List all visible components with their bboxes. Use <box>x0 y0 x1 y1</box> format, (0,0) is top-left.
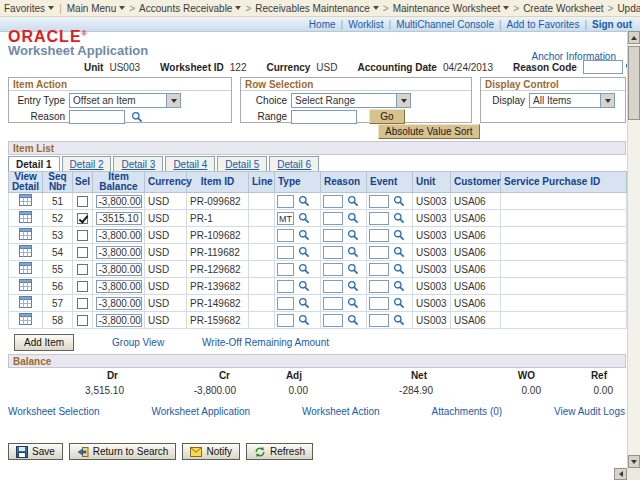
go-button[interactable]: Go <box>369 109 405 124</box>
select-checkbox[interactable] <box>77 196 88 207</box>
column-header-reason[interactable]: Reason <box>321 172 367 193</box>
type-input[interactable] <box>277 280 294 293</box>
vertical-scrollbar[interactable] <box>627 31 640 468</box>
reason-lookup-icon[interactable] <box>347 212 359 224</box>
type-lookup-icon[interactable] <box>298 297 310 309</box>
type-lookup-icon[interactable] <box>298 212 310 224</box>
view-detail-icon[interactable] <box>19 279 32 291</box>
reason-input[interactable] <box>323 280 343 293</box>
reason-lookup-icon[interactable] <box>347 246 359 258</box>
event-input[interactable] <box>369 212 389 225</box>
item-balance-input[interactable]: -3,800.00 <box>96 229 142 242</box>
reason-lookup-icon[interactable] <box>347 297 359 309</box>
event-lookup-icon[interactable] <box>393 195 405 207</box>
item-balance-input[interactable]: -3,800.00 <box>96 314 142 327</box>
column-header-view-detail[interactable]: View Detail <box>9 172 43 193</box>
type-input[interactable] <box>277 263 294 276</box>
toolbar-return-to-search-button[interactable]: Return to Search <box>69 443 177 460</box>
select-checkbox[interactable] <box>77 264 88 275</box>
view-detail-icon[interactable] <box>19 313 32 325</box>
header-link-add-to-favorites[interactable]: Add to Favorites <box>507 19 580 30</box>
footer-link-worksheet-application[interactable]: Worksheet Application <box>151 406 250 417</box>
reason-lookup-icon[interactable] <box>347 280 359 292</box>
select-checkbox[interactable] <box>77 247 88 258</box>
event-lookup-icon[interactable] <box>393 246 405 258</box>
event-input[interactable] <box>369 280 389 293</box>
header-link-sign-out[interactable]: Sign out <box>592 19 632 30</box>
item-balance-input[interactable]: -3,800.00 <box>96 195 142 208</box>
tab-detail-2[interactable]: Detail 2 <box>62 156 112 171</box>
event-lookup-icon[interactable] <box>393 314 405 326</box>
view-detail-icon[interactable] <box>19 211 32 223</box>
view-detail-icon[interactable] <box>19 262 32 274</box>
column-header-event[interactable]: Event <box>367 172 413 193</box>
reason-input[interactable] <box>323 314 343 327</box>
type-lookup-icon[interactable] <box>298 280 310 292</box>
reason-input[interactable] <box>323 297 343 310</box>
tab-detail-3[interactable]: Detail 3 <box>113 156 163 171</box>
absolute-value-sort-button[interactable]: Absolute Value Sort <box>378 124 480 139</box>
event-input[interactable] <box>369 263 389 276</box>
toolbar-save-button[interactable]: Save <box>8 443 63 460</box>
event-lookup-icon[interactable] <box>393 229 405 241</box>
item-action-reason-input[interactable] <box>69 110 125 124</box>
tab-detail-5[interactable]: Detail 5 <box>217 156 267 171</box>
item-balance-input[interactable]: -3,800.00 <box>96 297 142 310</box>
event-lookup-icon[interactable] <box>393 263 405 275</box>
select-checkbox[interactable] <box>77 213 88 224</box>
reason-code-input[interactable] <box>583 60 623 74</box>
reason-input[interactable] <box>323 263 343 276</box>
item-action-reason-lookup-icon[interactable] <box>131 111 143 123</box>
event-input[interactable] <box>369 297 389 310</box>
event-lookup-icon[interactable] <box>393 297 405 309</box>
scroll-left-button[interactable] <box>614 468 627 480</box>
type-lookup-icon[interactable] <box>298 263 310 275</box>
event-input[interactable] <box>369 195 389 208</box>
type-lookup-icon[interactable] <box>298 229 310 241</box>
breadcrumb-item-main-menu[interactable]: Main Menu <box>67 3 125 14</box>
reason-lookup-icon[interactable] <box>347 314 359 326</box>
display-select[interactable]: All Items <box>529 93 615 108</box>
event-lookup-icon[interactable] <box>393 280 405 292</box>
breadcrumb-item-update-worksheet[interactable]: Update Worksheet <box>617 3 640 14</box>
column-header-unit[interactable]: Unit <box>413 172 451 193</box>
reason-input[interactable] <box>323 229 343 242</box>
select-checkbox[interactable] <box>77 281 88 292</box>
reason-lookup-icon[interactable] <box>347 229 359 241</box>
event-input[interactable] <box>369 314 389 327</box>
reason-input[interactable] <box>323 246 343 259</box>
column-header-type[interactable]: Type <box>275 172 321 193</box>
footer-link-worksheet-action[interactable]: Worksheet Action <box>302 406 380 417</box>
column-header-currency[interactable]: Currency <box>145 172 187 193</box>
item-balance-input[interactable]: -3,800.00 <box>96 263 142 276</box>
column-header-item-id[interactable]: Item ID <box>187 172 249 193</box>
scroll-down-button[interactable] <box>628 455 640 468</box>
tab-detail-1[interactable]: Detail 1 <box>8 156 60 171</box>
add-item-button[interactable]: Add Item <box>14 334 74 351</box>
column-header-service-purchase-id[interactable]: Service Purchase ID <box>501 172 627 193</box>
select-checkbox[interactable] <box>77 298 88 309</box>
choice-select[interactable]: Select Range <box>291 93 411 108</box>
item-balance-input[interactable]: -3,800.00 <box>96 246 142 259</box>
header-link-multichannel-console[interactable]: MultiChannel Console <box>396 19 494 30</box>
entry-type-select[interactable]: Offset an Item <box>69 93 181 108</box>
type-input[interactable]: MT <box>277 212 294 225</box>
group-view-link[interactable]: Group View <box>112 337 164 348</box>
event-lookup-icon[interactable] <box>393 212 405 224</box>
column-header-item-balance[interactable]: Item Balance <box>93 172 145 193</box>
type-lookup-icon[interactable] <box>298 195 310 207</box>
header-link-worklist[interactable]: Worklist <box>348 19 383 30</box>
view-detail-icon[interactable] <box>19 228 32 240</box>
write-off-remaining-amount-link[interactable]: Write-Off Remaining Amount <box>202 337 329 348</box>
column-header-line[interactable]: Line <box>249 172 275 193</box>
item-balance-input[interactable]: -3,800.00 <box>96 280 142 293</box>
scroll-up-button[interactable] <box>628 31 640 44</box>
column-header-customer[interactable]: Customer <box>451 172 501 193</box>
tab-detail-6[interactable]: Detail 6 <box>269 156 319 171</box>
reason-input[interactable] <box>323 212 343 225</box>
item-balance-input[interactable]: -3515.10 <box>96 212 142 225</box>
tab-detail-4[interactable]: Detail 4 <box>165 156 215 171</box>
select-checkbox[interactable] <box>77 230 88 241</box>
breadcrumb-item-create-worksheet[interactable]: Create Worksheet <box>523 3 603 14</box>
breadcrumb-item-accounts-receivable[interactable]: Accounts Receivable <box>139 3 241 14</box>
